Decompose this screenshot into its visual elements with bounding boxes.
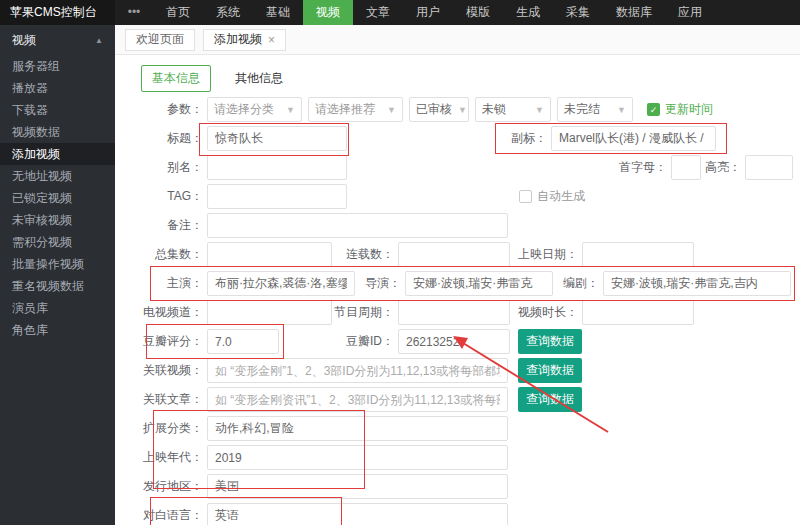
nav-item-system[interactable]: 系统: [203, 0, 253, 25]
audit-select[interactable]: 已审核▼: [409, 97, 469, 122]
params-row: 参数： 请选择分类▼ 请选择推荐▼ 已审核▼ 未锁▼ 未完结▼ ✓: [141, 97, 800, 122]
sidebar-item-actor-library[interactable]: 演员库: [0, 297, 115, 319]
related-video-label: 关联视频：: [141, 362, 203, 379]
year-label: 上映年代：: [141, 449, 203, 466]
recommend-select[interactable]: 请选择推荐▼: [308, 97, 403, 122]
douban-id-input[interactable]: [398, 329, 510, 354]
ext-class-input[interactable]: [207, 416, 508, 441]
sidebar-section-video[interactable]: 视频 ▲: [0, 25, 115, 55]
title-input[interactable]: [207, 126, 347, 151]
serial-select[interactable]: 未完结▼: [557, 97, 633, 122]
subtitle-label: 副标：: [347, 130, 547, 147]
note-label: 备注：: [141, 217, 203, 234]
sidebar-item-player[interactable]: 播放器: [0, 77, 115, 99]
writer-input[interactable]: [603, 271, 791, 296]
tv-channel-label: 电视频道：: [141, 304, 203, 321]
chevron-up-icon: ▲: [95, 36, 103, 45]
sidebar-item-unaudited-video[interactable]: 未审核视频: [0, 209, 115, 231]
sidebar-item-duplicate-video[interactable]: 重名视频数据: [0, 275, 115, 297]
director-input[interactable]: [405, 271, 553, 296]
tab-add-video[interactable]: 添加视频 ×: [203, 29, 286, 51]
nav-item-user[interactable]: 用户: [403, 0, 453, 25]
page-tabbar: 欢迎页面 添加视频 ×: [115, 25, 800, 55]
tab-basic-info[interactable]: 基本信息: [141, 65, 211, 92]
area-input[interactable]: [207, 474, 508, 499]
release-date-label: 上映日期：: [510, 246, 578, 263]
total-episodes-input[interactable]: [207, 242, 332, 267]
nav-item-basic[interactable]: 基础: [253, 0, 303, 25]
related-article-input[interactable]: [207, 387, 508, 412]
duration-input[interactable]: [582, 300, 694, 325]
sidebar-item-video-data[interactable]: 视频数据: [0, 121, 115, 143]
params-label: 参数：: [141, 101, 203, 118]
update-time-label: 更新时间: [665, 101, 713, 118]
release-date-input[interactable]: [582, 242, 694, 267]
nav-item-home[interactable]: 首页: [153, 0, 203, 25]
check-icon: ✓: [647, 103, 660, 116]
update-time-checkbox[interactable]: ✓ 更新时间: [647, 101, 713, 118]
subtitle-input[interactable]: [551, 126, 716, 151]
sidebar-item-server-group[interactable]: 服务器组: [0, 55, 115, 77]
initial-input[interactable]: [671, 155, 701, 180]
tag-input[interactable]: [207, 184, 347, 209]
alias-row: 别名： 首字母： 高亮：: [141, 155, 800, 180]
actors-input[interactable]: [207, 271, 355, 296]
lock-select[interactable]: 未锁▼: [475, 97, 551, 122]
topbar: 苹果CMS控制台 ••• 首页 系统 基础 视频 文章 用户 模版 生成 采集 …: [0, 0, 800, 25]
menu-dots-icon[interactable]: •••: [115, 0, 153, 25]
sidebar-section-label: 视频: [12, 32, 36, 49]
auto-generate-checkbox[interactable]: ✓ 自动生成: [519, 188, 585, 205]
douban-id-label: 豆瓣ID：: [279, 333, 394, 350]
category-select[interactable]: 请选择分类▼: [207, 97, 302, 122]
channel-row: 电视频道： 节目周期： 视频时长：: [141, 300, 800, 325]
language-row: 对白语言：: [141, 503, 800, 525]
sidebar-item-role-library[interactable]: 角色库: [0, 319, 115, 341]
douban-query-button[interactable]: 查询数据: [518, 329, 582, 354]
sidebar-item-points-video[interactable]: 需积分视频: [0, 231, 115, 253]
ext-class-row: 扩展分类：: [141, 416, 800, 441]
related-article-query-button[interactable]: 查询数据: [518, 387, 582, 412]
app-logo: 苹果CMS控制台: [0, 0, 115, 25]
tab-other-info[interactable]: 其他信息: [225, 66, 293, 91]
add-video-form: 参数： 请选择分类▼ 请选择推荐▼ 已审核▼ 未锁▼ 未完结▼ ✓: [141, 97, 800, 525]
nav-item-app[interactable]: 应用: [665, 0, 715, 25]
sidebar-item-add-video[interactable]: 添加视频: [0, 143, 115, 165]
related-article-label: 关联文章：: [141, 391, 203, 408]
title-row: 标题： 副标：: [141, 126, 800, 151]
nav-item-generate[interactable]: 生成: [503, 0, 553, 25]
nav-item-video[interactable]: 视频: [303, 0, 353, 25]
serial-number-label: 连载数：: [332, 246, 394, 263]
top-nav: 首页 系统 基础 视频 文章 用户 模版 生成 采集 数据库 应用: [153, 0, 715, 25]
nav-item-database[interactable]: 数据库: [603, 0, 665, 25]
main-content: 欢迎页面 添加视频 × 基本信息 其他信息 参数： 请选择分类▼ 请选择推荐▼: [115, 25, 800, 525]
year-row: 上映年代：: [141, 445, 800, 470]
sidebar-item-locked-video[interactable]: 已锁定视频: [0, 187, 115, 209]
language-input[interactable]: [207, 503, 508, 525]
director-label: 导演：: [355, 275, 401, 292]
nav-item-article[interactable]: 文章: [353, 0, 403, 25]
tv-channel-input[interactable]: [207, 300, 332, 325]
serial-number-input[interactable]: [398, 242, 510, 267]
title-label: 标题：: [141, 130, 203, 147]
douban-row: 豆瓣评分： 豆瓣ID： 查询数据: [141, 329, 800, 354]
sidebar-item-no-url-video[interactable]: 无地址视频: [0, 165, 115, 187]
year-input[interactable]: [207, 445, 508, 470]
auto-generate-label: 自动生成: [537, 188, 585, 205]
tab-welcome[interactable]: 欢迎页面: [125, 29, 195, 51]
related-video-query-button[interactable]: 查询数据: [518, 358, 582, 383]
alias-input[interactable]: [207, 155, 347, 180]
program-cycle-label: 节目周期：: [332, 304, 394, 321]
note-input[interactable]: [207, 213, 508, 238]
program-cycle-input[interactable]: [398, 300, 510, 325]
douban-score-input[interactable]: [207, 329, 279, 354]
alias-label: 别名：: [141, 159, 203, 176]
related-video-input[interactable]: [207, 358, 508, 383]
chevron-down-icon: ▼: [286, 105, 295, 115]
nav-item-collect[interactable]: 采集: [553, 0, 603, 25]
language-label: 对白语言：: [141, 507, 203, 524]
sidebar-item-downloader[interactable]: 下载器: [0, 99, 115, 121]
sidebar-item-batch-video[interactable]: 批量操作视频: [0, 253, 115, 275]
nav-item-template[interactable]: 模版: [453, 0, 503, 25]
highlight-input[interactable]: [745, 155, 793, 180]
close-icon[interactable]: ×: [268, 33, 275, 47]
